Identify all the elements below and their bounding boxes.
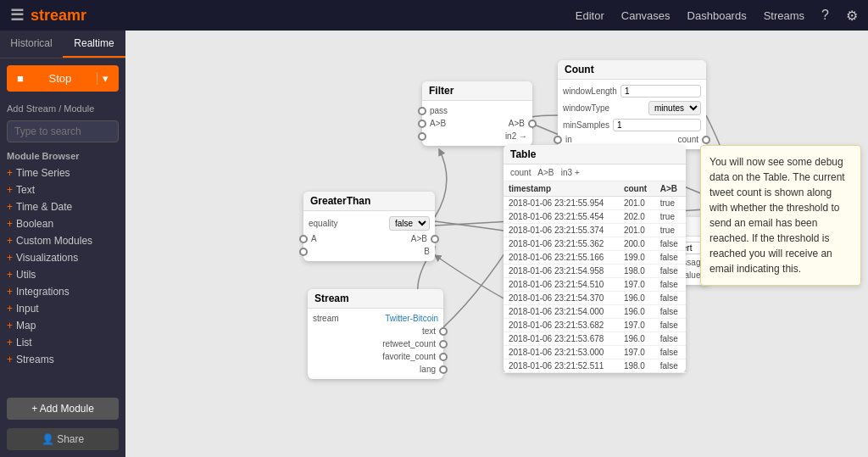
cell-ab: false bbox=[655, 251, 686, 265]
nav-canvases[interactable]: Canvases bbox=[621, 9, 670, 22]
filter-in-pass[interactable] bbox=[418, 107, 426, 115]
cell-count: 196.0 bbox=[619, 292, 655, 305]
stream-stream-link[interactable]: Twitter-Bitcoin bbox=[385, 314, 438, 323]
cell-ab: true bbox=[655, 197, 686, 210]
count-windowtype-label: windowType bbox=[563, 103, 609, 113]
cell-count: 198.0 bbox=[619, 265, 655, 278]
count-in-port[interactable] bbox=[554, 136, 562, 144]
filter-in-ab[interactable] bbox=[418, 120, 426, 128]
module-item-integrations[interactable]: +Integrations bbox=[0, 283, 125, 300]
stop-button[interactable]: ■ Stop ▾ bbox=[7, 65, 119, 92]
count-node-header: Count bbox=[558, 60, 706, 80]
table-col-ab: A>B bbox=[655, 181, 686, 197]
stream-node[interactable]: Stream stream Twitter-Bitcoin text retwe… bbox=[308, 289, 443, 379]
plus-icon: + bbox=[7, 303, 13, 315]
cell-ab: false bbox=[655, 319, 686, 332]
cell-count: 196.0 bbox=[619, 305, 655, 319]
table-row: 2018-01-06 23:21:53.678196.0false bbox=[504, 332, 686, 346]
user-icon: 👤 bbox=[42, 433, 57, 445]
nav-dashboards[interactable]: Dashboards bbox=[687, 9, 747, 22]
gear-icon[interactable]: ⚙ bbox=[846, 8, 858, 24]
stop-caret[interactable]: ▾ bbox=[97, 72, 108, 85]
filter-in2[interactable] bbox=[418, 132, 426, 141]
cell-timestamp: 2018-01-06 23:21:53.678 bbox=[504, 332, 619, 346]
help-icon[interactable]: ? bbox=[821, 8, 829, 23]
cell-timestamp: 2018-01-06 23:21:55.362 bbox=[504, 237, 619, 251]
info-text: You will now see some debug data on the … bbox=[709, 156, 845, 275]
stream-retweet-label: retweet_count bbox=[382, 339, 436, 348]
stream-text-label: text bbox=[422, 326, 436, 336]
table-row: 2018-01-06 23:21:54.000196.0false bbox=[504, 305, 686, 319]
nav-editor[interactable]: Editor bbox=[576, 9, 604, 22]
nav-links: Editor Canvases Dashboards Streams ? ⚙ bbox=[576, 8, 858, 24]
cell-count: 202.0 bbox=[619, 210, 655, 224]
table-row: 2018-01-06 23:21:53.000197.0false bbox=[504, 346, 686, 359]
count-node[interactable]: Count windowLength windowType minutes mi… bbox=[558, 60, 706, 149]
module-item-list[interactable]: +List bbox=[0, 334, 125, 351]
tab-historical[interactable]: Historical bbox=[0, 31, 63, 58]
module-item-boolean[interactable]: +Boolean bbox=[0, 215, 125, 232]
gt-a-label: A bbox=[311, 234, 317, 243]
cell-timestamp: 2018-01-06 23:21:54.370 bbox=[504, 292, 619, 305]
stream-lang-port[interactable] bbox=[439, 365, 448, 374]
cell-timestamp: 2018-01-06 23:21:52.511 bbox=[504, 359, 619, 373]
table-body: 2018-01-06 23:21:55.954201.0true2018-01-… bbox=[504, 197, 686, 373]
count-minsamples-input[interactable] bbox=[613, 119, 701, 131]
table-row: 2018-01-06 23:21:55.362200.0false bbox=[504, 237, 686, 251]
module-item-streams[interactable]: +Streams bbox=[0, 351, 125, 368]
module-item-custom[interactable]: +Custom Modules bbox=[0, 232, 125, 249]
filter-pass-label: pass bbox=[430, 106, 448, 115]
canvas-area[interactable]: Filter pass A>B A>B in2 → bbox=[125, 31, 868, 457]
cell-ab: false bbox=[655, 265, 686, 278]
gt-b-port[interactable] bbox=[299, 248, 308, 256]
stream-lang-label: lang bbox=[420, 365, 436, 374]
filter-out-ab[interactable] bbox=[528, 120, 537, 128]
table-scroll-area[interactable]: timestamp count A>B 2018-01-06 23:21:55.… bbox=[504, 181, 686, 373]
cell-timestamp: 2018-01-06 23:21:55.454 bbox=[504, 210, 619, 224]
table-row: 2018-01-06 23:21:54.958198.0false bbox=[504, 265, 686, 278]
tab-realtime[interactable]: Realtime bbox=[63, 31, 125, 58]
plus-icon: + bbox=[7, 320, 13, 332]
search-input[interactable] bbox=[7, 120, 119, 142]
module-item-timeseries[interactable]: +Time Series bbox=[0, 164, 125, 181]
count-windowtype-select[interactable]: minutes bbox=[648, 101, 701, 115]
cell-count: 200.0 bbox=[619, 237, 655, 251]
add-module-button[interactable]: + Add Module bbox=[7, 398, 119, 420]
module-item-text[interactable]: +Text bbox=[0, 181, 125, 198]
module-item-utils[interactable]: +Utils bbox=[0, 266, 125, 283]
gt-equality-select[interactable]: false bbox=[389, 216, 430, 231]
cell-count: 201.0 bbox=[619, 224, 655, 237]
cell-ab: false bbox=[655, 305, 686, 319]
table-row: 2018-01-06 23:21:54.510197.0false bbox=[504, 278, 686, 292]
cell-timestamp: 2018-01-06 23:21:53.000 bbox=[504, 346, 619, 359]
cell-count: 197.0 bbox=[619, 278, 655, 292]
table-columns-list: count A>B in3 + bbox=[504, 164, 686, 181]
filter-node[interactable]: Filter pass A>B A>B in2 → bbox=[422, 81, 532, 146]
module-item-visualizations[interactable]: +Visualizations bbox=[0, 249, 125, 266]
filter-node-body: pass A>B A>B in2 → bbox=[422, 101, 532, 146]
menu-icon[interactable]: ☰ bbox=[10, 6, 24, 25]
stream-favorite-port[interactable] bbox=[439, 353, 448, 361]
table-panel: Table count A>B in3 + timestamp count A>… bbox=[504, 145, 686, 373]
module-item-input[interactable]: +Input bbox=[0, 300, 125, 317]
stream-retweet-port[interactable] bbox=[439, 340, 448, 348]
greaterthan-node[interactable]: GreaterThan equality false A A>B bbox=[303, 192, 435, 261]
share-button[interactable]: 👤 Share bbox=[7, 428, 119, 450]
stream-text-port[interactable] bbox=[439, 327, 448, 336]
greaterthan-node-header: GreaterThan bbox=[303, 192, 435, 211]
stream-node-body: stream Twitter-Bitcoin text retweet_coun… bbox=[308, 309, 443, 379]
table-row: 2018-01-06 23:21:54.370196.0false bbox=[504, 292, 686, 305]
gt-out-port[interactable] bbox=[431, 235, 439, 243]
cell-timestamp: 2018-01-06 23:21:54.958 bbox=[504, 265, 619, 278]
nav-streams[interactable]: Streams bbox=[764, 9, 804, 22]
cell-timestamp: 2018-01-06 23:21:54.510 bbox=[504, 278, 619, 292]
gt-a-port[interactable] bbox=[299, 235, 308, 243]
count-out-port[interactable] bbox=[702, 136, 710, 144]
table-row: 2018-01-06 23:21:55.374201.0true bbox=[504, 224, 686, 237]
count-windowlength-input[interactable] bbox=[620, 85, 701, 98]
count-out-label: count bbox=[678, 135, 698, 144]
module-item-map[interactable]: +Map bbox=[0, 317, 125, 334]
module-item-timedate[interactable]: +Time & Date bbox=[0, 198, 125, 215]
plus-icon: + bbox=[7, 252, 13, 264]
table-row: 2018-01-06 23:21:53.682197.0false bbox=[504, 319, 686, 332]
